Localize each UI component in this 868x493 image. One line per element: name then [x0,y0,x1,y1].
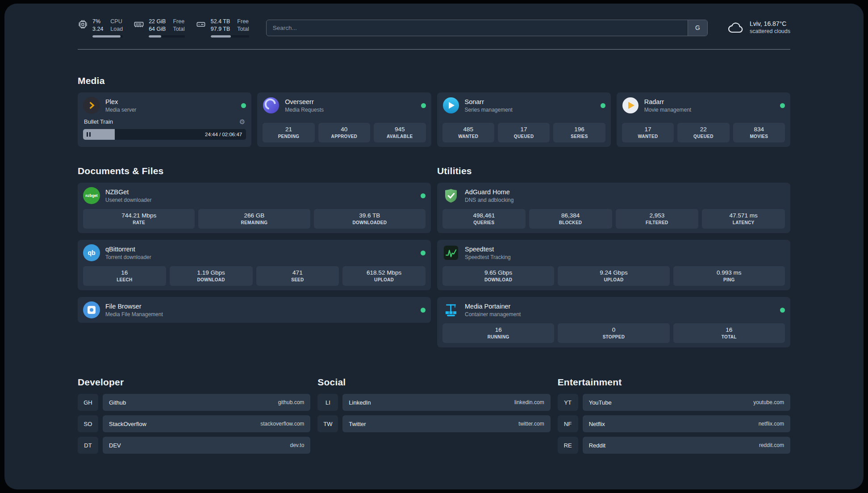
stat-label: UPLOAD [344,277,424,282]
playback-progress-bar[interactable]: 24:44 / 02:06:47 [83,129,246,140]
bookmark-item[interactable]: GHGithubgithub.com [78,394,310,411]
stat-tile: 9.24 GbpsUPLOAD [558,266,669,286]
disk-free-label: Free [237,18,249,25]
search-input[interactable] [267,20,688,36]
service-card-radarr[interactable]: Radarr Movie management 17WANTED22QUEUED… [617,92,790,147]
stat-value: 1.19 Gbps [171,269,251,276]
pause-icon[interactable] [87,132,91,137]
bookmark-name: Reddit [589,442,606,449]
stat-value: 834 [735,126,783,133]
bookmark-abbr[interactable]: NF [558,415,578,432]
weather-location: Lviv, 16.87°C [750,20,790,28]
stat-value: 16 [85,269,164,276]
bookmark-abbr[interactable]: LI [317,394,338,411]
stat-label: APPROVED [320,134,368,139]
disk-total-label: Total [237,25,249,33]
bookmark-item[interactable]: DTDEVdev.to [78,437,310,454]
bookmark-abbr[interactable]: TW [317,415,338,432]
stat-label: TOTAL [675,334,783,339]
bookmark-item[interactable]: RERedditreddit.com [558,437,790,454]
bookmark-item[interactable]: SOStackOverflowstackoverflow.com [78,415,310,432]
bookmark-link[interactable]: Redditreddit.com [583,437,790,454]
service-card-portainer[interactable]: Media Portainer Container management 16R… [437,297,790,347]
stat-tile: 21PENDING [263,123,314,142]
stat-label: STOPPED [559,334,668,339]
stat-label: MOVIES [735,134,783,139]
service-card-adguard[interactable]: AdGuard Home DNS and adblocking 498,461Q… [437,183,790,233]
bookmark-item[interactable]: TWTwittertwitter.com [317,415,550,432]
service-desc: Speedtest Tracking [465,254,511,260]
bookmark-abbr[interactable]: RE [558,437,578,454]
bookmark-url: linkedin.com [514,399,544,405]
topbar-divider [78,49,790,50]
service-stats: 485WANTED17QUEUED196SERIES [442,123,605,142]
stat-value: 2,953 [618,212,697,219]
bookmark-url: twitter.com [518,421,544,427]
stat-tile: 834MOVIES [733,123,785,142]
cpu-icon [78,19,88,29]
bookmark-url: dev.to [290,442,305,448]
stat-label: QUERIES [444,220,524,225]
bookmark-url: github.com [278,399,305,405]
bookmark-abbr[interactable]: DT [78,437,98,454]
bookmark-item[interactable]: NFNetflixnetflix.com [558,415,790,432]
stat-tile: 86,384BLOCKED [529,209,612,229]
stat-value: 47.571 ms [704,212,783,219]
service-card-nzbget[interactable]: nzbget NZBGet Usenet downloader 744.21 M… [78,183,431,233]
adguard-icon [442,187,459,204]
ram-bar [149,35,185,38]
stat-label: BLOCKED [531,220,610,225]
stat-tile: 266 GBREMAINING [198,209,310,229]
section-title-media: Media [78,75,790,86]
playback-time: 24:44 / 02:06:47 [205,132,242,137]
bookmark-link[interactable]: Netflixnetflix.com [583,415,790,432]
bookmark-abbr[interactable]: YT [558,394,578,411]
bookmark-link[interactable]: Twittertwitter.com [342,415,550,432]
service-desc: Movie management [644,107,691,113]
service-desc: Media server [105,107,136,113]
stat-label: UPLOAD [559,277,668,282]
bookmark-link[interactable]: YouTubeyoutube.com [583,394,790,411]
service-stats: 9.65 GbpsDOWNLOAD9.24 GbpsUPLOAD0.993 ms… [442,266,785,286]
bookmark-abbr[interactable]: SO [78,415,98,432]
bookmark-list: LILinkedInlinkedin.comTWTwittertwitter.c… [317,394,550,432]
cpu-label: CPU [110,18,123,25]
utilities-section: Utilities AdGu [437,166,790,347]
service-name: File Browser [105,303,163,310]
stat-label: DOWNLOAD [444,277,552,282]
bookmark-link[interactable]: Githubgithub.com [103,394,310,411]
stat-label: RUNNING [444,334,552,339]
bookmark-link[interactable]: StackOverflowstackoverflow.com [103,415,310,432]
status-dot [421,193,426,198]
service-stats: 744.21 MbpsRATE266 GBREMAINING39.6 TBDOW… [83,209,426,229]
stat-label: PENDING [264,134,313,139]
stat-label: FILTERED [618,220,697,225]
service-card-plex[interactable]: Plex Media server Bullet Train ⚙ 24:44 /… [78,92,251,147]
bookmark-link[interactable]: LinkedInlinkedin.com [342,394,550,411]
bookmark-url: stackoverflow.com [260,421,304,427]
status-dot [780,308,785,313]
stat-label: QUEUED [500,134,548,139]
stat-tile: 16RUNNING [442,323,554,343]
gear-icon[interactable]: ⚙ [239,118,245,125]
disk-metric: 52.4 TB 97.9 TB Free Total [196,18,249,38]
service-name: Plex [105,98,136,105]
service-card-qbittorrent[interactable]: qb qBittorrent Torrent downloader 16LEEC… [78,240,431,290]
stat-value: 618.52 Mbps [344,269,424,276]
stat-label: RATE [85,220,193,225]
service-card-filebrowser[interactable]: File Browser Media File Management [78,297,431,323]
section-title-developer: Developer [78,377,310,388]
service-card-speedtest[interactable]: Speedtest Speedtest Tracking 9.65 GbpsDO… [437,240,790,290]
service-card-sonarr[interactable]: Sonarr Series management 485WANTED17QUEU… [437,92,611,147]
bookmark-abbr[interactable]: GH [78,394,98,411]
ram-total-label: Total [173,25,184,33]
stat-tile: 40APPROVED [318,123,370,142]
sonarr-icon [442,97,459,114]
bookmark-link[interactable]: DEVdev.to [103,437,310,454]
service-card-overseerr[interactable]: Overseerr Media Requests 21PENDING40APPR… [257,92,431,147]
search-provider-button[interactable]: G [688,20,707,36]
bookmark-item[interactable]: YTYouTubeyoutube.com [558,394,790,411]
stat-value: 498,461 [444,212,524,219]
section-title-utilities: Utilities [437,166,790,176]
bookmark-item[interactable]: LILinkedInlinkedin.com [317,394,550,411]
